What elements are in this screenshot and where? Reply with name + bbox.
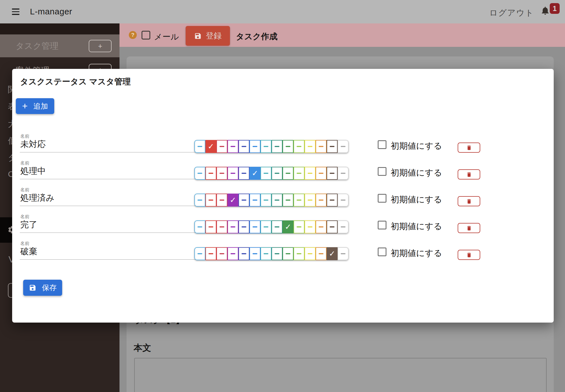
color-swatch-crimson[interactable]: [216, 194, 227, 207]
color-swatch-cyan[interactable]: [260, 194, 271, 207]
notification-bell-icon[interactable]: [540, 5, 550, 16]
color-swatch-yellow[interactable]: [305, 140, 316, 153]
delete-status-button[interactable]: [458, 169, 480, 179]
body-textarea[interactable]: [134, 358, 547, 392]
color-swatch-blue[interactable]: [249, 220, 260, 233]
color-swatch-blue[interactable]: [249, 140, 260, 153]
color-swatch-sky-blue[interactable]: [194, 247, 205, 260]
color-swatch-indigo[interactable]: [238, 220, 249, 233]
color-swatch-cyan[interactable]: [260, 140, 271, 153]
color-swatch-orange[interactable]: [316, 194, 327, 207]
color-swatch-red[interactable]: [205, 247, 216, 260]
color-swatch-orange[interactable]: [316, 140, 327, 153]
status-name-input[interactable]: 未対応: [20, 139, 46, 150]
add-task-button[interactable]: +: [89, 40, 112, 52]
color-swatch-crimson[interactable]: [216, 220, 227, 233]
color-swatch-purple[interactable]: [227, 140, 238, 153]
color-swatch-cyan[interactable]: [260, 247, 271, 260]
color-swatch-sky-blue[interactable]: [194, 220, 205, 233]
color-swatch-red[interactable]: [205, 220, 216, 233]
color-swatch-sky-blue[interactable]: [194, 167, 205, 180]
color-swatch-sky-blue[interactable]: [194, 194, 205, 207]
color-swatch-purple[interactable]: [227, 247, 238, 260]
color-swatch-green[interactable]: ✓: [282, 220, 294, 233]
logout-button[interactable]: ログアウト: [489, 7, 534, 19]
color-swatch-blue[interactable]: [249, 194, 260, 207]
color-swatch-gray[interactable]: [338, 167, 349, 180]
color-swatch-green[interactable]: [282, 140, 294, 153]
color-swatch-indigo[interactable]: [238, 247, 249, 260]
color-swatch-crimson[interactable]: [216, 247, 227, 260]
color-swatch-red[interactable]: ✓: [205, 140, 216, 153]
color-swatch-gray[interactable]: [338, 194, 349, 207]
color-swatch-gray[interactable]: [338, 140, 349, 153]
status-name-input[interactable]: 完了: [20, 219, 37, 231]
name-field-underline: [20, 152, 196, 152]
color-swatch-yellow[interactable]: [305, 247, 316, 260]
color-swatch-green[interactable]: [282, 194, 294, 207]
color-swatch-brown[interactable]: ✓: [327, 247, 338, 260]
color-swatch-gray[interactable]: [338, 247, 349, 260]
color-swatch-purple[interactable]: ✓: [227, 194, 238, 207]
status-name-input[interactable]: 破棄: [20, 246, 37, 257]
color-swatch-light-green[interactable]: [294, 220, 305, 233]
color-swatch-yellow[interactable]: [305, 194, 316, 207]
status-name-input[interactable]: 処理済み: [20, 192, 55, 204]
color-swatch-orange[interactable]: [316, 247, 327, 260]
color-swatch-cyan[interactable]: [260, 167, 271, 180]
dash-icon: [286, 200, 290, 201]
status-name-input[interactable]: 処理中: [20, 165, 46, 177]
color-swatch-teal[interactable]: [271, 167, 282, 180]
color-swatch-orange[interactable]: [316, 167, 327, 180]
register-button[interactable]: 登録: [186, 26, 230, 46]
color-swatch-light-green[interactable]: [294, 140, 305, 153]
color-swatch-purple[interactable]: [227, 220, 238, 233]
color-swatch-indigo[interactable]: [238, 167, 249, 180]
trash-icon: [466, 172, 472, 178]
color-swatch-teal[interactable]: [271, 140, 282, 153]
default-checkbox[interactable]: [378, 248, 386, 256]
menu-icon[interactable]: [12, 8, 19, 15]
add-status-button[interactable]: + 追加: [16, 98, 54, 114]
check-icon: ✓: [252, 170, 258, 177]
delete-status-button[interactable]: [458, 250, 480, 260]
default-checkbox[interactable]: [378, 167, 386, 176]
color-swatch-sky-blue[interactable]: [194, 140, 205, 153]
color-swatch-blue[interactable]: [249, 247, 260, 260]
color-swatch-green[interactable]: [282, 247, 294, 260]
delete-status-button[interactable]: [458, 143, 480, 153]
color-swatch-light-green[interactable]: [294, 194, 305, 207]
color-swatch-brown[interactable]: [327, 194, 338, 207]
color-swatch-yellow[interactable]: [305, 167, 316, 180]
color-swatch-teal[interactable]: [271, 247, 282, 260]
color-swatch-yellow[interactable]: [305, 220, 316, 233]
color-swatch-light-green[interactable]: [294, 247, 305, 260]
help-icon[interactable]: ?: [129, 31, 137, 39]
color-swatch-indigo[interactable]: [238, 140, 249, 153]
color-swatch-light-green[interactable]: [294, 167, 305, 180]
color-swatch-cyan[interactable]: [260, 220, 271, 233]
color-swatch-gray[interactable]: [338, 220, 349, 233]
color-swatch-brown[interactable]: [327, 140, 338, 153]
color-swatch-red[interactable]: [205, 167, 216, 180]
default-checkbox[interactable]: [378, 194, 386, 203]
color-swatch-green[interactable]: [282, 167, 294, 180]
color-swatch-teal[interactable]: [271, 220, 282, 233]
dash-icon: [319, 226, 323, 227]
color-swatch-orange[interactable]: [316, 220, 327, 233]
default-checkbox[interactable]: [378, 221, 386, 229]
color-swatch-crimson[interactable]: [216, 167, 227, 180]
default-checkbox[interactable]: [378, 140, 386, 149]
color-swatch-blue[interactable]: ✓: [249, 167, 260, 180]
delete-status-button[interactable]: [458, 223, 480, 233]
save-button[interactable]: 保存: [23, 280, 62, 296]
color-swatch-crimson[interactable]: [216, 140, 227, 153]
color-swatch-purple[interactable]: [227, 167, 238, 180]
color-swatch-brown[interactable]: [327, 167, 338, 180]
color-swatch-red[interactable]: [205, 194, 216, 207]
color-swatch-teal[interactable]: [271, 194, 282, 207]
delete-status-button[interactable]: [458, 196, 480, 206]
mail-checkbox[interactable]: [142, 31, 150, 40]
color-swatch-brown[interactable]: [327, 220, 338, 233]
color-swatch-indigo[interactable]: [238, 194, 249, 207]
